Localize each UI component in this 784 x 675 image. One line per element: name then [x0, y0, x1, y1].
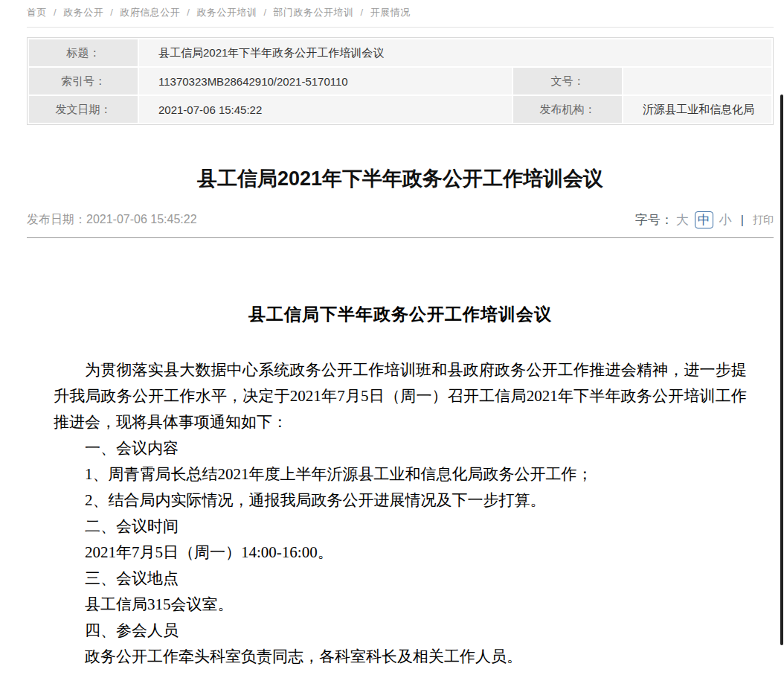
article-meta-bar: 发布日期：2021-07-06 15:45:22 字号： 大 中 小 | 打印	[27, 211, 774, 238]
breadcrumb-item-home[interactable]: 首页	[27, 7, 47, 18]
article-paragraph: 1、周青霄局长总结2021年度上半年沂源县工业和信息化局政务公开工作；	[54, 461, 747, 487]
toolbar-divider: |	[741, 214, 744, 227]
article-paragraph: 一、会议内容	[54, 435, 747, 461]
article-paragraph: 四、参会人员	[54, 618, 747, 644]
article-paragraph: 政务公开工作牵头科室负责同志，各科室科长及相关工作人员。	[54, 644, 747, 670]
article-toolbar: 字号： 大 中 小 | 打印	[635, 211, 774, 228]
article-body: 县工信局下半年政务公开工作培训会议 为贯彻落实县大数据中心系统政务公开工作培训班…	[27, 238, 774, 670]
breadcrumb-item-zhengwugongkai[interactable]: 政务公开	[63, 7, 103, 18]
breadcrumb-item-zhengfuxinxigongkai[interactable]: 政府信息公开	[120, 7, 180, 18]
issue-date-value: 2021-07-06 15:45:22	[139, 96, 512, 123]
article-paragraph: 2、结合局内实际情况，通报我局政务公开进展情况及下一步打算。	[54, 487, 747, 514]
article-paragraph: 二、会议时间	[54, 514, 747, 540]
publish-date: 发布日期：2021-07-06 15:45:22	[27, 212, 197, 228]
issue-date-label: 发文日期：	[29, 96, 138, 123]
breadcrumb-separator: /	[54, 7, 57, 18]
publish-date-label: 发布日期：	[27, 213, 86, 225]
page-title: 县工信局2021年下半年政务公开工作培训会议	[27, 162, 774, 195]
font-size-label: 字号：	[635, 211, 673, 228]
breadcrumb-item-zhengwugongkaipeixun[interactable]: 政务公开培训	[196, 7, 257, 18]
title-label: 标题：	[29, 39, 138, 66]
page: 首页/政务公开/政府信息公开/政务公开培训/部门政务公开培训/开展情况 标题： …	[0, 0, 784, 675]
scrollbar-thumb[interactable]	[780, 95, 783, 645]
article-paragraph: 县工信局315会议室。	[54, 592, 747, 618]
document-meta-table: 标题： 县工信局2021年下半年政务公开工作培训会议 索引号： 11370323…	[27, 37, 774, 125]
doc-number-label: 文号：	[513, 68, 622, 95]
print-button[interactable]: 打印	[753, 214, 774, 227]
breadcrumb-item-bumenzhengwugongkaipeixun[interactable]: 部门政务公开培训	[274, 7, 354, 18]
article-content-heading: 县工信局下半年政务公开工作培训会议	[54, 304, 747, 326]
breadcrumb-separator: /	[361, 7, 364, 18]
font-size-large-button[interactable]: 大	[676, 211, 689, 228]
breadcrumb-separator: /	[187, 7, 190, 18]
title-value: 县工信局2021年下半年政务公开工作培训会议	[139, 39, 771, 66]
font-size-small-button[interactable]: 小	[719, 211, 732, 228]
agency-label: 发布机构：	[513, 96, 622, 123]
agency-value: 沂源县工业和信息化局	[623, 96, 771, 123]
meta-row-title: 标题： 县工信局2021年下半年政务公开工作培训会议	[29, 39, 771, 66]
breadcrumb-separator: /	[110, 7, 113, 18]
breadcrumb: 首页/政务公开/政府信息公开/政务公开培训/部门政务公开培训/开展情况	[27, 0, 774, 28]
index-number-value: 11370323MB28642910/2021-5170110	[139, 68, 512, 95]
meta-row-date: 发文日期： 2021-07-06 15:45:22 发布机构： 沂源县工业和信息…	[29, 96, 771, 123]
article-paragraph: 三、会议地点	[54, 566, 747, 592]
meta-row-index: 索引号： 11370323MB28642910/2021-5170110 文号：	[29, 68, 771, 95]
breadcrumb-separator: /	[263, 7, 266, 18]
article-paragraph: 为贯彻落实县大数据中心系统政务公开工作培训班和县政府政务公开工作推进会精神，进一…	[54, 357, 747, 435]
doc-number-value	[623, 68, 771, 95]
publish-date-value: 2021-07-06 15:45:22	[86, 213, 197, 225]
font-size-medium-button[interactable]: 中	[695, 211, 713, 228]
content-container: 首页/政务公开/政府信息公开/政务公开培训/部门政务公开培训/开展情况 标题： …	[0, 0, 784, 670]
breadcrumb-item-kaizhanqingkuang[interactable]: 开展情况	[370, 7, 411, 18]
index-number-label: 索引号：	[29, 68, 138, 95]
article-paragraph: 2021年7月5日（周一）14:00-16:00。	[54, 540, 747, 566]
